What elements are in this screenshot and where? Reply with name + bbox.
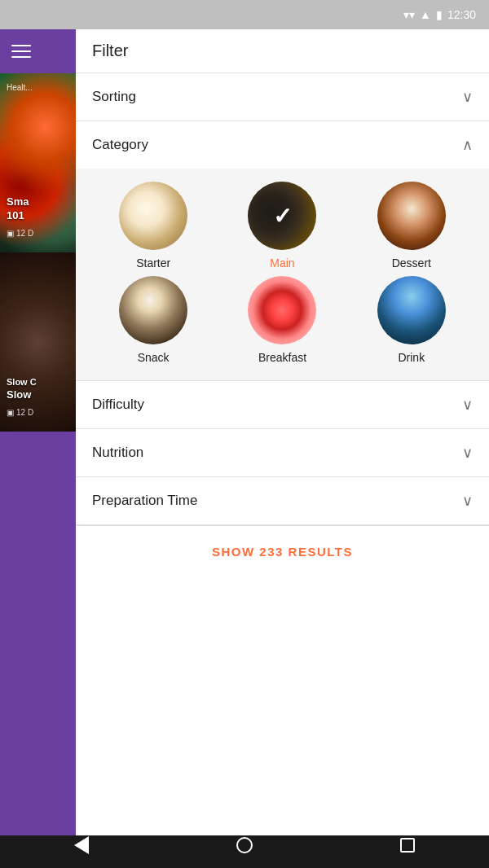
category-name-main: Main — [270, 256, 294, 270]
category-item-starter[interactable]: Starter — [92, 182, 214, 270]
status-icons: ▾▾ ▲ ▮ 12:30 — [403, 8, 476, 21]
category-image-breakfast — [248, 276, 316, 344]
category-image-snack — [119, 276, 187, 344]
nutrition-section: Nutrition ∨ — [76, 429, 489, 477]
show-results-button[interactable]: SHOW 233 RESULTS — [76, 525, 489, 577]
sidebar-header[interactable] — [0, 29, 76, 73]
sidebar: Healt... Sma 101 ▣ 12 D Slow C Slow ▣ 12… — [0, 29, 76, 835]
preparation-time-chevron-down-icon: ∨ — [462, 492, 473, 510]
hamburger-line3 — [11, 56, 31, 58]
sidebar-card1-tag: Healt... — [7, 83, 33, 92]
sidebar-card2-bg — [0, 252, 76, 432]
category-item-drink[interactable]: Drink — [350, 276, 473, 364]
sidebar-card1-bg — [0, 73, 76, 252]
sidebar-card2-subtitle: Slow — [7, 388, 31, 401]
card2-badge-icon: ▣ — [7, 408, 14, 417]
sorting-header[interactable]: Sorting ∨ — [76, 73, 489, 121]
difficulty-label: Difficulty — [92, 397, 144, 413]
card1-badge-icon: ▣ — [7, 229, 14, 238]
sorting-label: Sorting — [92, 89, 136, 105]
category-name-dessert: Dessert — [392, 256, 431, 270]
filter-header: Filter — [76, 29, 489, 73]
sidebar-card-2[interactable]: Slow C Slow ▣ 12 D — [0, 252, 76, 432]
nutrition-chevron-down-icon: ∨ — [462, 444, 473, 462]
preparation-time-header[interactable]: Preparation Time ∨ — [76, 477, 489, 524]
category-image-drink — [377, 276, 446, 344]
card1-badge-text: 12 D — [16, 229, 33, 238]
home-icon — [236, 837, 253, 853]
category-item-breakfast[interactable]: Breakfast — [221, 276, 343, 364]
nutrition-header[interactable]: Nutrition ∨ — [76, 429, 489, 476]
sidebar-card-1[interactable]: Healt... Sma 101 ▣ 12 D — [0, 73, 76, 252]
signal-icon: ▲ — [420, 8, 431, 21]
hamburger-line1 — [11, 45, 31, 46]
sorting-chevron-down-icon: ∨ — [462, 88, 473, 106]
category-label: Category — [92, 137, 148, 153]
filter-panel: Filter Sorting ∨ Category ∧ Starter Main — [76, 29, 489, 835]
category-name-snack: Snack — [138, 351, 170, 364]
category-name-drink: Drink — [398, 351, 425, 364]
status-bar: ▾▾ ▲ ▮ 12:30 — [0, 0, 489, 29]
sidebar-card1-badge: ▣ 12 D — [7, 229, 33, 238]
category-section: Category ∧ Starter Main Dessert Sn — [76, 121, 489, 381]
filter-title: Filter — [92, 42, 128, 60]
sidebar-card2-badge: ▣ 12 D — [7, 408, 33, 417]
nutrition-label: Nutrition — [92, 445, 143, 461]
category-item-snack[interactable]: Snack — [92, 276, 214, 364]
preparation-time-label: Preparation Time — [92, 493, 197, 509]
category-header[interactable]: Category ∧ — [76, 121, 489, 169]
back-icon — [74, 836, 89, 854]
category-image-main — [248, 182, 316, 250]
category-grid: Starter Main Dessert Snack Breakfast — [76, 169, 489, 380]
difficulty-chevron-down-icon: ∨ — [462, 396, 473, 414]
difficulty-header[interactable]: Difficulty ∨ — [76, 381, 489, 428]
category-name-breakfast: Breakfast — [258, 351, 306, 364]
category-item-dessert[interactable]: Dessert — [350, 182, 473, 270]
show-results-label: SHOW 233 RESULTS — [212, 545, 353, 559]
sidebar-card1-subtitle: 101 — [7, 209, 24, 221]
battery-icon: ▮ — [436, 8, 443, 21]
category-chevron-up-icon: ∧ — [462, 136, 473, 154]
category-item-main[interactable]: Main — [221, 182, 343, 270]
sidebar-card2-title: Slow C — [7, 377, 37, 387]
category-name-starter: Starter — [136, 256, 170, 270]
hamburger-line2 — [11, 50, 31, 52]
sorting-section: Sorting ∨ — [76, 73, 489, 121]
category-image-dessert — [377, 182, 446, 250]
hamburger-button[interactable] — [11, 45, 31, 58]
difficulty-section: Difficulty ∨ — [76, 381, 489, 429]
category-image-starter — [119, 182, 187, 250]
wifi-icon: ▾▾ — [403, 8, 415, 21]
status-time: 12:30 — [447, 8, 476, 21]
card2-badge-text: 12 D — [16, 408, 33, 417]
sidebar-card1-title: Sma — [7, 195, 29, 208]
recents-icon — [400, 838, 415, 853]
preparation-time-section: Preparation Time ∨ — [76, 477, 489, 525]
